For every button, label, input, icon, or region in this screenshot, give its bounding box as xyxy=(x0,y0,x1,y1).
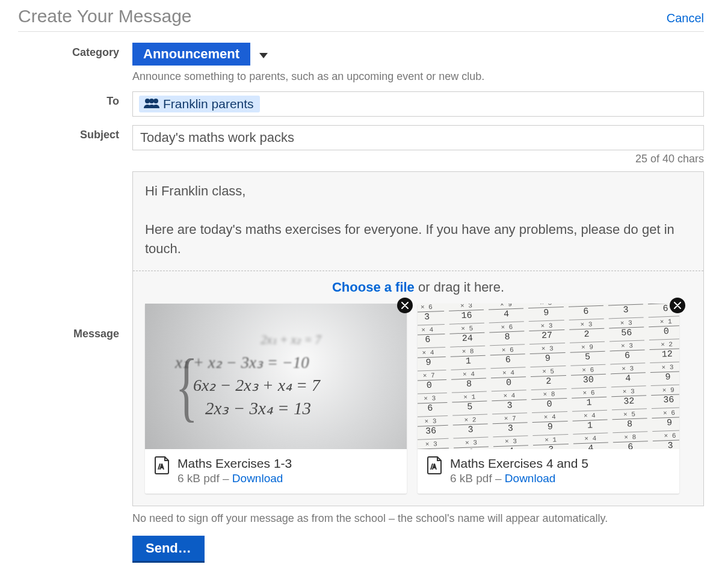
chevron-down-icon[interactable] xyxy=(259,53,268,58)
attachment-thumbnail: × 63× 316× 94× 39× 26× 73× 46× 46× 524× … xyxy=(418,304,679,449)
signoff-hint: No need to sign off your message as from… xyxy=(132,512,704,525)
recipient-chip-label: Franklin parents xyxy=(163,97,254,111)
attachment-card: × 63× 316× 94× 39× 26× 73× 46× 46× 524× … xyxy=(418,304,679,494)
category-label: Category xyxy=(18,43,132,59)
remove-attachment-button[interactable] xyxy=(670,298,685,313)
attachment-card: { 2x₁ + x₂ = 7 x₁ + x₂ − 3x₃ = −10 6x₂ −… xyxy=(145,304,407,494)
send-button[interactable]: Send… xyxy=(132,536,205,563)
pdf-icon xyxy=(155,456,170,474)
close-icon xyxy=(401,302,409,309)
subject-label: Subject xyxy=(18,125,132,141)
svg-point-0 xyxy=(145,99,150,103)
cancel-link[interactable]: Cancel xyxy=(667,11,704,25)
page-title: Create Your Message xyxy=(18,6,192,26)
category-dropdown-button[interactable]: Announcement xyxy=(132,43,250,66)
dropzone-rest: or drag it here. xyxy=(415,280,504,295)
message-textarea[interactable]: Hi Franklin class, Here are today's math… xyxy=(133,172,703,271)
attachment-name: Maths Exercises 4 and 5 xyxy=(450,456,588,471)
attachment-thumbnail: { 2x₁ + x₂ = 7 x₁ + x₂ − 3x₃ = −10 6x₂ −… xyxy=(145,304,407,449)
download-link[interactable]: Download xyxy=(232,472,283,485)
subject-char-count: 25 of 40 chars xyxy=(132,153,704,165)
message-label: Message xyxy=(18,171,132,340)
attachment-size: 6 kB pdf – Download xyxy=(450,472,588,485)
category-hint: Announce something to parents, such as a… xyxy=(132,70,704,83)
close-icon xyxy=(674,302,681,309)
choose-file-link[interactable]: Choose a file xyxy=(332,280,415,295)
to-label: To xyxy=(18,91,132,108)
attachment-name: Maths Exercises 1-3 xyxy=(177,456,292,471)
download-link[interactable]: Download xyxy=(505,472,556,485)
attachment-dropzone[interactable]: Choose a file or drag it here. { 2x₁ + x xyxy=(133,271,703,506)
page-header: Create Your Message Cancel xyxy=(18,6,704,32)
to-input[interactable]: Franklin parents xyxy=(132,91,704,117)
dropzone-header: Choose a file or drag it here. xyxy=(145,280,691,295)
subject-input[interactable] xyxy=(132,125,704,150)
message-container: Hi Franklin class, Here are today's math… xyxy=(132,171,704,506)
pdf-icon xyxy=(427,456,443,474)
attachment-size: 6 kB pdf – Download xyxy=(177,472,292,485)
recipient-chip[interactable]: Franklin parents xyxy=(139,96,260,112)
svg-point-2 xyxy=(153,99,158,103)
remove-attachment-button[interactable] xyxy=(397,298,413,313)
group-icon xyxy=(143,97,159,111)
svg-point-1 xyxy=(149,99,154,103)
